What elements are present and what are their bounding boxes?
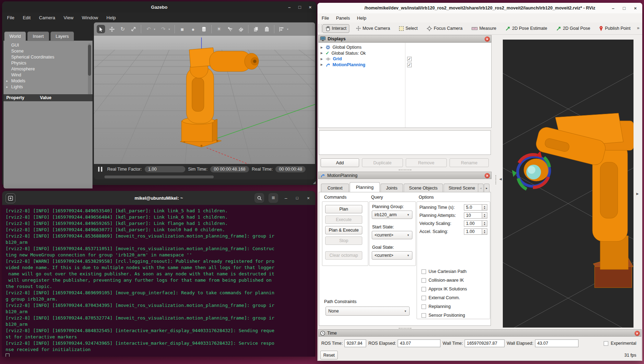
- tab-joints[interactable]: Joints: [381, 184, 403, 192]
- select-tool-button[interactable]: Select: [397, 25, 420, 32]
- checkbox[interactable]: [422, 287, 426, 291]
- rotate-icon[interactable]: ↻: [118, 25, 127, 33]
- expand-arrow-icon[interactable]: ▶: [321, 63, 323, 66]
- maximize-icon[interactable]: □: [299, 5, 301, 9]
- duplicate-display-button[interactable]: Duplicate: [362, 158, 403, 167]
- toolbar-overflow-button[interactable]: »: [637, 25, 639, 30]
- tree-scrollbar-thumb[interactable]: [88, 45, 91, 76]
- panel-splitter[interactable]: [399, 328, 411, 329]
- tree-item[interactable]: ▸ Lights: [4, 84, 88, 90]
- tree-item[interactable]: Spherical Coordinates: [4, 54, 88, 60]
- scale-icon[interactable]: [129, 25, 138, 33]
- goal-state-combo[interactable]: <current>▼: [372, 251, 412, 260]
- time-panel-header[interactable]: Time ✕: [318, 329, 642, 337]
- remove-display-button[interactable]: Remove: [406, 158, 447, 167]
- time-field-input[interactable]: 1659709287.87: [465, 339, 505, 347]
- dock-collapse-left-icon[interactable]: ◀: [499, 177, 502, 181]
- tree-item[interactable]: GUI: [4, 42, 88, 48]
- tree-scrollbar[interactable]: [88, 43, 91, 99]
- menu-item[interactable]: View: [64, 15, 74, 20]
- time-field-input[interactable]: 43.07: [398, 339, 440, 347]
- execute-button[interactable]: Execute: [325, 215, 362, 224]
- expand-arrow-icon[interactable]: ▶: [321, 57, 323, 61]
- close-panel-icon[interactable]: ✕: [485, 36, 490, 42]
- pause-icon[interactable]: [98, 167, 102, 172]
- expand-arrow-icon[interactable]: ▶: [321, 51, 323, 55]
- checkbox[interactable]: [422, 269, 426, 274]
- copy-icon[interactable]: [252, 25, 260, 33]
- toolbar-grip[interactable]: [318, 25, 322, 32]
- cylinder-shape-icon[interactable]: [200, 25, 208, 33]
- undo-icon[interactable]: ↶: [144, 25, 153, 33]
- spot-light-icon[interactable]: [226, 25, 234, 33]
- rename-display-button[interactable]: Rename: [450, 158, 489, 167]
- tree-item[interactable]: ▸ Models: [4, 78, 88, 84]
- plan-and-execute-button[interactable]: Plan & Execute: [325, 226, 362, 234]
- tab-scroll-right-icon[interactable]: ▸: [484, 184, 489, 192]
- viewport-hscrollbar[interactable]: [104, 176, 214, 178]
- dock-splitter[interactable]: [495, 175, 496, 184]
- close-panel-icon[interactable]: ✕: [485, 173, 490, 178]
- redo-icon[interactable]: ↷: [159, 25, 167, 33]
- menu-item[interactable]: File: [322, 15, 329, 21]
- tab-planning[interactable]: Planning: [350, 182, 380, 192]
- start-state-combo[interactable]: <current>▼: [372, 231, 412, 239]
- stop-button[interactable]: Stop: [325, 236, 362, 245]
- terminal-titlebar[interactable]: mikel@ubuntuMikel: ~ ≡ – □ ×: [2, 191, 315, 205]
- time-field-input[interactable]: 9287.84: [344, 339, 366, 347]
- menu-icon[interactable]: ≡: [268, 193, 278, 203]
- point-light-icon[interactable]: ☀: [215, 25, 223, 33]
- focus-camera-tool-button[interactable]: Focus Camera: [424, 25, 465, 33]
- tree-item[interactable]: Physics: [4, 60, 88, 66]
- undo-dropdown-icon[interactable]: ▾: [154, 28, 157, 31]
- grid-checkbox[interactable]: ✓: [407, 57, 412, 61]
- close-icon[interactable]: ×: [309, 5, 311, 9]
- spinner-arrows-icon[interactable]: ▲▼: [482, 212, 487, 219]
- tree-item[interactable]: Scene: [4, 48, 88, 54]
- move-camera-tool-button[interactable]: Move Camera: [354, 25, 393, 32]
- tab-insert[interactable]: Insert: [27, 32, 49, 41]
- rviz-3d-viewport[interactable]: [503, 40, 633, 328]
- option-value-input[interactable]: 1.00: [464, 220, 482, 227]
- maximize-icon[interactable]: □: [294, 196, 301, 200]
- motionplanning-panel-header[interactable]: MotionPlanning ✕: [318, 172, 492, 179]
- minimize-icon[interactable]: –: [282, 195, 289, 201]
- publish-point-tool-button[interactable]: Publish Point: [597, 25, 633, 33]
- displays-panel-header[interactable]: Displays ✕: [318, 35, 492, 42]
- close-panel-icon[interactable]: ✕: [635, 331, 640, 336]
- clear-octomap-button[interactable]: Clear octomap: [325, 251, 362, 260]
- menu-item[interactable]: Window: [82, 15, 98, 20]
- tab-stored-scene[interactable]: Stored Scene: [444, 184, 480, 192]
- checkbox[interactable]: [422, 296, 426, 300]
- reset-button[interactable]: Reset: [320, 351, 338, 359]
- menu-item[interactable]: Help: [107, 15, 116, 20]
- redo-dropdown-icon[interactable]: ▾: [169, 28, 171, 31]
- spinner-arrows-icon[interactable]: ▲▼: [482, 220, 487, 227]
- panel-splitter[interactable]: [399, 170, 411, 170]
- motionplanning-checkbox[interactable]: ✓: [407, 63, 412, 67]
- paste-icon[interactable]: [262, 25, 271, 33]
- align-dropdown-icon[interactable]: ▾: [287, 28, 290, 31]
- goal-pose-tool-button[interactable]: 2D Goal Pose: [554, 25, 593, 32]
- option-value-input[interactable]: 10: [464, 212, 482, 219]
- tab-scene-objects[interactable]: Scene Objects: [404, 184, 443, 192]
- checkbox[interactable]: [422, 304, 426, 309]
- tree-item[interactable]: Wind: [4, 72, 88, 78]
- menu-item[interactable]: Edit: [23, 15, 30, 20]
- menu-item[interactable]: Help: [357, 15, 366, 21]
- terminal-body[interactable]: [rviz2-8] [INFO] [1659709244.849653540] …: [2, 205, 315, 357]
- directional-light-icon[interactable]: [237, 25, 245, 33]
- tab-context[interactable]: Context: [321, 184, 349, 192]
- select-arrow-icon[interactable]: [97, 25, 105, 33]
- checkbox[interactable]: [422, 313, 426, 318]
- expand-arrow-icon[interactable]: ▶: [321, 46, 323, 49]
- minimize-icon[interactable]: –: [612, 6, 614, 11]
- minimize-icon[interactable]: –: [288, 5, 290, 9]
- tab-layers[interactable]: Layers: [50, 32, 74, 41]
- pose-estimate-tool-button[interactable]: 2D Pose Estimate: [503, 25, 550, 32]
- plan-button[interactable]: Plan: [325, 205, 362, 213]
- experimental-checkbox[interactable]: [604, 341, 608, 346]
- rviz-titlebar[interactable]: /home/mikel/dev_ws/install/irb120_ros2_m…: [317, 3, 642, 14]
- translate-icon[interactable]: [108, 25, 116, 33]
- tree-item[interactable]: Atmosphere: [4, 66, 88, 72]
